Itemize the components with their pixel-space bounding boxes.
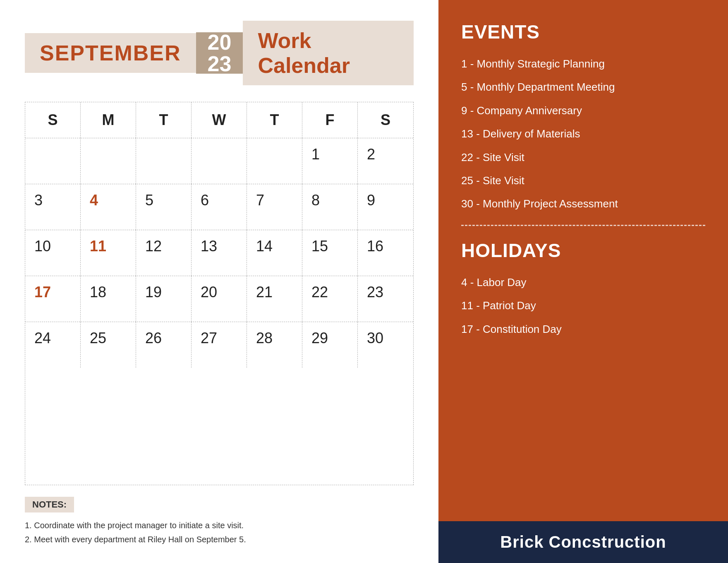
calendar-grid: S M T W T F S 1 2 3 4 5 6 7 8 9: [25, 102, 414, 485]
year-badge: 2023: [196, 32, 243, 74]
month-label: SEPTEMBER: [25, 33, 196, 73]
section-divider: [461, 225, 705, 226]
cal-cell-5: 5: [136, 184, 192, 230]
cal-cell-15: 15: [302, 230, 358, 276]
cal-cell-empty: [81, 138, 136, 184]
cal-cell-17-holiday: 17: [25, 276, 81, 322]
cal-cell-2: 2: [358, 138, 413, 184]
cal-cell-23: 23: [358, 276, 413, 322]
day-header-sat: S: [358, 102, 413, 138]
cal-cell-6: 6: [192, 184, 247, 230]
day-header-tue: T: [136, 102, 192, 138]
notes-label-box: NOTES:: [25, 497, 74, 512]
cal-cell-7: 7: [247, 184, 302, 230]
cal-cell-20: 20: [192, 276, 247, 322]
cal-cell-4-holiday: 4: [81, 184, 136, 230]
cal-cell-11-holiday: 11: [81, 230, 136, 276]
day-header-mon: M: [81, 102, 136, 138]
cal-cell-13: 13: [192, 230, 247, 276]
cal-cell-29: 29: [302, 322, 358, 368]
day-header-thu: T: [247, 102, 302, 138]
cal-cell-22: 22: [302, 276, 358, 322]
cal-cell-empty: [136, 138, 192, 184]
cal-cell-empty: [25, 138, 81, 184]
cal-cell-8: 8: [302, 184, 358, 230]
calendar-week-5: 24 25 26 27 28 29 30: [25, 322, 413, 368]
cal-cell-14: 14: [247, 230, 302, 276]
notes-label-text: NOTES:: [32, 499, 67, 510]
event-item-6: 25 - Site Visit: [461, 173, 705, 188]
cal-cell-empty: [192, 138, 247, 184]
note-item-2: 2. Meet with every department at Riley H…: [25, 532, 414, 546]
calendar-week-3: 10 11 12 13 14 15 16: [25, 230, 413, 276]
calendar-header: SEPTEMBER 2023 Work Calendar: [25, 21, 414, 85]
cal-cell-18: 18: [81, 276, 136, 322]
cal-cell-30: 30: [358, 322, 413, 368]
event-item-7: 30 - Monthly Project Assessment: [461, 196, 705, 211]
title-label: Work Calendar: [243, 21, 414, 85]
day-header-fri: F: [302, 102, 358, 138]
cal-cell-1: 1: [302, 138, 358, 184]
event-item-3: 9 - Company Anniversary: [461, 103, 705, 118]
notes-section: NOTES: 1. Coordinate with the project ma…: [25, 497, 414, 546]
calendar-header-row: S M T W T F S: [25, 102, 413, 138]
calendar-week-2: 3 4 5 6 7 8 9: [25, 184, 413, 230]
note-item-1: 1. Coordinate with the project manager t…: [25, 518, 414, 532]
year-text: 2023: [208, 31, 232, 75]
holidays-title: HOLIDAYS: [461, 239, 705, 262]
cal-cell-12: 12: [136, 230, 192, 276]
day-header-sun: S: [25, 102, 81, 138]
day-header-wed: W: [192, 102, 247, 138]
cal-cell-28: 28: [247, 322, 302, 368]
company-name: Brick Concstruction: [500, 533, 666, 551]
calendar-title: Work Calendar: [258, 28, 399, 78]
right-panel: EVENTS 1 - Monthly Strategic Planning 5 …: [438, 0, 728, 563]
cal-cell-empty: [247, 138, 302, 184]
right-content: EVENTS 1 - Monthly Strategic Planning 5 …: [438, 0, 728, 521]
calendar-week-1: 1 2: [25, 138, 413, 184]
cal-cell-16: 16: [358, 230, 413, 276]
company-footer: Brick Concstruction: [438, 521, 728, 563]
holiday-item-1: 4 - Labor Day: [461, 275, 705, 290]
events-title: EVENTS: [461, 21, 705, 43]
cal-cell-27: 27: [192, 322, 247, 368]
holiday-item-2: 11 - Patriot Day: [461, 298, 705, 313]
holiday-item-3: 17 - Constitution Day: [461, 322, 705, 337]
cal-cell-10: 10: [25, 230, 81, 276]
cal-cell-26: 26: [136, 322, 192, 368]
cal-cell-21: 21: [247, 276, 302, 322]
month-text: SEPTEMBER: [40, 41, 181, 65]
event-item-1: 1 - Monthly Strategic Planning: [461, 56, 705, 71]
cal-cell-9: 9: [358, 184, 413, 230]
cal-cell-3: 3: [25, 184, 81, 230]
cal-cell-24: 24: [25, 322, 81, 368]
cal-cell-19: 19: [136, 276, 192, 322]
event-item-4: 13 - Delivery of Materials: [461, 126, 705, 141]
calendar-week-4: 17 18 19 20 21 22 23: [25, 276, 413, 322]
event-item-5: 22 - Site Visit: [461, 150, 705, 165]
event-item-2: 5 - Monthly Department Meeting: [461, 79, 705, 94]
left-panel: SEPTEMBER 2023 Work Calendar S M T W T F…: [0, 0, 438, 563]
notes-content: 1. Coordinate with the project manager t…: [25, 518, 414, 546]
cal-cell-25: 25: [81, 322, 136, 368]
